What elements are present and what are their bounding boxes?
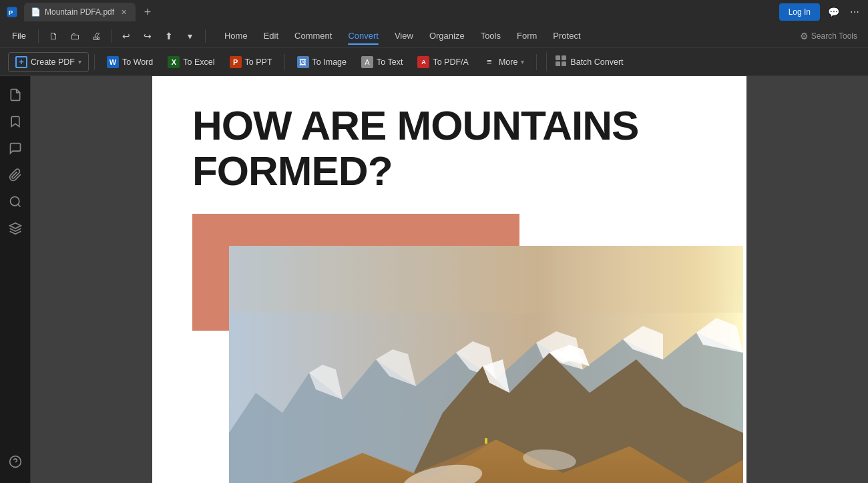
file-menu[interactable]: File	[5, 28, 33, 43]
new-document-icon[interactable]: 🗋	[44, 27, 63, 45]
message-icon[interactable]: 💬	[825, 4, 841, 20]
to-image-label: To Image	[312, 57, 347, 67]
to-ppt-button[interactable]: P To PPT	[223, 53, 279, 71]
undo-icon[interactable]: ↩	[117, 27, 136, 45]
nav-edit[interactable]: Edit	[256, 27, 286, 44]
more-dropdown-icon: ▾	[521, 58, 524, 65]
text-icon: A	[361, 56, 373, 68]
open-document-icon[interactable]: 🗀	[65, 27, 84, 45]
pdf-page: HOW ARE MOUNTAINS FORMED?	[152, 76, 746, 483]
pdf-image-section	[192, 214, 706, 483]
nav-form[interactable]: Form	[509, 27, 545, 44]
more-label: More	[499, 57, 517, 67]
search-tools-icon: ⚙	[800, 31, 809, 41]
to-pdfa-button[interactable]: A To PDF/A	[411, 53, 475, 71]
dropdown-icon[interactable]: ▾	[181, 27, 200, 45]
nav-convert[interactable]: Convert	[340, 27, 387, 44]
menu-separator-3	[205, 29, 206, 43]
word-icon: W	[107, 56, 119, 68]
sidebar-bookmark-icon[interactable]	[3, 110, 27, 134]
to-word-label: To Word	[122, 57, 153, 67]
tab-title: Mountain PDFA.pdf	[45, 7, 114, 17]
titlebar: P 📄 Mountain PDFA.pdf ✕ + Log In 💬 ⋯	[0, 0, 868, 24]
to-excel-button[interactable]: X To Excel	[161, 53, 221, 71]
svg-rect-3	[562, 55, 566, 60]
to-word-button[interactable]: W To Word	[100, 53, 160, 71]
to-image-button[interactable]: 🖼 To Image	[290, 53, 353, 71]
more-icon: ≡	[483, 56, 495, 68]
create-pdf-dropdown-icon: ▾	[78, 58, 81, 65]
nav-comment[interactable]: Comment	[286, 27, 340, 44]
main-area: HOW ARE MOUNTAINS FORMED?	[0, 76, 868, 483]
sidebar-bottom	[3, 447, 27, 476]
svg-point-6	[10, 197, 19, 206]
sidebar-comment-icon[interactable]	[3, 136, 27, 160]
tab-close-button[interactable]: ✕	[118, 7, 129, 17]
tab-strip: 📄 Mountain PDFA.pdf ✕ +	[24, 3, 774, 21]
create-pdf-label: Create PDF	[31, 57, 75, 67]
batch-convert-label: Batch Convert	[570, 57, 623, 67]
sidebar-attachment-icon[interactable]	[3, 163, 27, 187]
nav-protect[interactable]: Protect	[545, 27, 588, 44]
svg-rect-5	[562, 61, 566, 66]
pdfa-icon: A	[417, 56, 429, 68]
sidebar-layers-icon[interactable]	[3, 216, 27, 240]
create-pdf-icon: +	[15, 56, 27, 68]
share-icon[interactable]: ⬆	[160, 27, 178, 45]
print-icon[interactable]: 🖨	[87, 27, 105, 45]
menu-separator-1	[38, 29, 39, 43]
image-icon: 🖼	[297, 56, 309, 68]
sidebar-search-icon[interactable]	[3, 190, 27, 214]
svg-rect-4	[556, 61, 560, 66]
sidebar-help-icon[interactable]	[3, 450, 27, 474]
to-excel-label: To Excel	[183, 57, 214, 67]
svg-rect-30	[229, 246, 743, 313]
svg-marker-8	[9, 223, 21, 228]
pdf-title: HOW ARE MOUNTAINS FORMED?	[192, 103, 706, 194]
to-pdfa-label: To PDF/A	[433, 57, 469, 67]
nav-menu: Home Edit Comment Convert View Organize …	[216, 27, 589, 44]
log-in-button[interactable]: Log In	[779, 3, 820, 21]
toolbar: + Create PDF ▾ W To Word X To Excel P To…	[0, 48, 868, 76]
mountain-image	[229, 246, 743, 483]
sidebar	[0, 76, 31, 483]
titlebar-actions: Log In 💬 ⋯	[779, 3, 863, 21]
search-tools-area[interactable]: ⚙ Search Tools	[795, 28, 863, 44]
more-button[interactable]: ≡ More ▾	[477, 53, 531, 71]
excel-icon: X	[168, 56, 180, 68]
svg-line-7	[17, 204, 20, 207]
tab-mountain-pdf[interactable]: 📄 Mountain PDFA.pdf ✕	[24, 3, 136, 21]
redo-icon[interactable]: ↪	[138, 27, 157, 45]
menubar: File 🗋 🗀 🖨 ↩ ↪ ⬆ ▾ Home Edit Comment Con…	[0, 24, 868, 48]
nav-organize[interactable]: Organize	[421, 27, 473, 44]
toolbar-separator-1	[94, 54, 95, 70]
pdf-viewer: HOW ARE MOUNTAINS FORMED?	[31, 76, 868, 483]
batch-convert-icon	[555, 55, 567, 69]
pdf-content: HOW ARE MOUNTAINS FORMED?	[152, 76, 746, 483]
more-options-icon[interactable]: ⋯	[847, 4, 863, 20]
to-ppt-label: To PPT	[245, 57, 272, 67]
svg-text:P: P	[9, 9, 13, 16]
nav-home[interactable]: Home	[216, 27, 256, 44]
to-text-button[interactable]: A To Text	[355, 53, 409, 71]
create-pdf-button[interactable]: + Create PDF ▾	[8, 52, 89, 72]
toolbar-separator-2	[284, 54, 285, 70]
nav-tools[interactable]: Tools	[473, 27, 509, 44]
nav-view[interactable]: View	[387, 27, 421, 44]
new-tab-button[interactable]: +	[138, 3, 157, 21]
app-icon: P	[5, 5, 19, 19]
to-text-label: To Text	[377, 57, 403, 67]
batch-convert-button[interactable]: Batch Convert	[546, 51, 631, 72]
toolbar-separator-3	[536, 54, 537, 70]
search-tools-label: Search Tools	[811, 31, 857, 41]
ppt-icon: P	[230, 56, 242, 68]
menu-separator-2	[111, 29, 112, 43]
svg-rect-29	[485, 438, 487, 444]
svg-rect-2	[556, 55, 560, 60]
sidebar-document-icon[interactable]	[3, 83, 27, 107]
